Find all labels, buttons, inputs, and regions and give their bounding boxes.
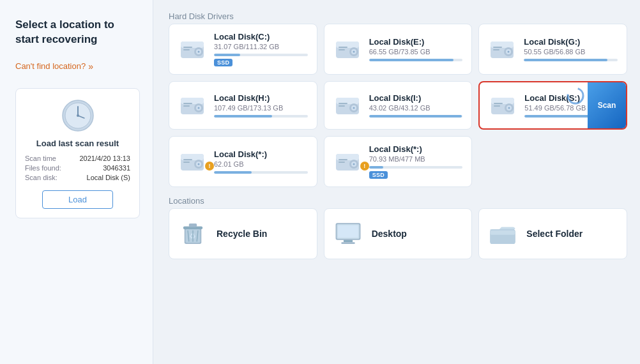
location-card-recycle-bin[interactable]: ♻ Recycle Bin	[169, 208, 317, 259]
svg-rect-25	[493, 49, 499, 50]
recycle-bin-icon: ♻	[178, 219, 208, 248]
disk-badges: SSD	[369, 171, 463, 179]
folder-icon	[488, 219, 517, 248]
disk-info: Local Disk(*:) 70.93 MB/477 MB SSD	[369, 144, 463, 179]
locations-section-title: Locations	[169, 196, 627, 206]
disk-space: 50.55 GB/56.88 GB	[524, 48, 618, 56]
location-name: Desktop	[372, 229, 407, 239]
disk-info: Local Disk(E:) 66.55 GB/73.85 GB	[369, 37, 463, 61]
disk-name: Local Disk(I:)	[369, 93, 463, 103]
disk-card-disk-e[interactable]: Local Disk(E:) 66.55 GB/73.85 GB	[324, 24, 473, 75]
disk-space: 107.49 GB/173.13 GB	[214, 104, 308, 112]
locations-grid: ♻ Recycle Bin Desktop Select Folder	[169, 208, 627, 259]
disk-info: Local Disk(*:) 62.01 GB	[214, 149, 308, 174]
main-content: Hard Disk Drivers Local Disk(C:) 31.07 G…	[153, 0, 640, 364]
disk-badges: SSD	[214, 59, 308, 66]
scan-spinner	[566, 86, 585, 105]
svg-point-47	[568, 88, 583, 103]
sidebar-title: Select a location to start recovering	[15, 18, 140, 47]
svg-rect-60	[339, 159, 347, 160]
files-found-row: Files found: 3046331	[25, 164, 130, 172]
disk-card-disk-c[interactable]: Local Disk(C:) 31.07 GB/111.32 GB SSD	[169, 24, 317, 75]
disk-space: 31.07 GB/111.32 GB	[214, 43, 308, 50]
svg-rect-46	[494, 105, 500, 107]
disk-card-disk-s[interactable]: Local Disk(S:) 51.49 GB/56.78 GB Scan	[478, 81, 627, 130]
hard-disk-section: Hard Disk Drivers Local Disk(C:) 31.07 G…	[169, 11, 627, 187]
svg-rect-24	[493, 47, 502, 48]
disk-name: Local Disk(E:)	[369, 37, 463, 47]
disk-card-disk-star1[interactable]: ! Local Disk(*:) 62.01 GB	[169, 136, 317, 187]
disk-info: Local Disk(G:) 50.55 GB/56.88 GB	[524, 37, 618, 61]
disk-drive-icon: !	[333, 148, 362, 176]
scan-button[interactable]: Scan	[588, 82, 626, 128]
disk-name: Local Disk(*:)	[369, 144, 463, 154]
disk-drive-icon: !	[178, 148, 206, 176]
disk-grid: Local Disk(C:) 31.07 GB/111.32 GB SSD Lo…	[169, 24, 627, 187]
svg-rect-18	[339, 49, 345, 50]
svg-point-44	[508, 107, 510, 109]
svg-rect-32	[183, 105, 190, 107]
scan-result-box: Load last scan result Scan time 2021/4/2…	[15, 88, 140, 218]
svg-point-59	[353, 163, 354, 165]
svg-point-4	[77, 114, 79, 117]
disk-progress-fill	[214, 54, 240, 56]
chevron-right-icon: »	[88, 61, 93, 72]
warning-badge: !	[205, 162, 214, 171]
svg-rect-61	[339, 162, 345, 163]
disk-info: Local Disk(I:) 43.02 GB/43.12 GB	[369, 93, 463, 118]
disk-space: 62.01 GB	[214, 160, 308, 168]
disk-name: Local Disk(C:)	[214, 32, 308, 42]
disk-card-disk-g[interactable]: Local Disk(G:) 50.55 GB/56.88 GB	[478, 24, 627, 75]
disk-drive-icon	[178, 91, 206, 119]
disk-progress-fill	[214, 115, 272, 118]
disk-card-disk-i[interactable]: Local Disk(I:) 43.02 GB/43.12 GB	[324, 81, 473, 130]
ssd-badge: SSD	[214, 59, 232, 66]
load-button[interactable]: Load	[42, 190, 113, 209]
scan-label: Scan	[598, 101, 616, 110]
disk-card-disk-h[interactable]: Local Disk(H:) 107.49 GB/173.13 GB	[169, 81, 317, 130]
svg-point-37	[353, 107, 354, 109]
warning-badge: !	[360, 162, 369, 171]
cant-find-link[interactable]: Can't find location? »	[15, 61, 140, 72]
svg-rect-38	[339, 103, 347, 104]
scan-info: Scan time 2021/4/20 13:13 Files found: 3…	[25, 155, 130, 181]
disk-card-disk-star2[interactable]: ! Local Disk(*:) 70.93 MB/477 MB SSD	[324, 136, 473, 187]
svg-point-23	[508, 51, 510, 53]
scan-result-title: Load last scan result	[36, 139, 119, 148]
disk-drive-icon	[489, 91, 517, 119]
disk-drive-icon	[488, 35, 516, 63]
svg-rect-65	[189, 224, 197, 227]
disk-progress-bg	[369, 115, 463, 118]
disk-drive-icon	[333, 35, 362, 63]
disk-progress-bg	[214, 54, 308, 56]
disk-space: 43.02 GB/43.12 GB	[369, 104, 463, 112]
location-name: Recycle Bin	[217, 229, 267, 239]
scan-disk-value: Local Disk (S)	[87, 174, 130, 181]
svg-point-16	[353, 51, 354, 53]
disk-name: Local Disk(G:)	[524, 37, 618, 47]
svg-rect-17	[339, 47, 347, 48]
cant-find-label: Can't find location?	[15, 61, 86, 71]
location-name: Select Folder	[526, 229, 583, 239]
disk-progress-fill	[369, 59, 453, 61]
disk-info: Local Disk(C:) 31.07 GB/111.32 GB SSD	[214, 32, 308, 66]
svg-point-52	[198, 163, 200, 165]
svg-rect-74	[338, 225, 358, 238]
scan-time-row: Scan time 2021/4/20 13:13	[25, 155, 130, 162]
disk-space: 66.55 GB/73.85 GB	[369, 48, 463, 56]
disk-progress-bg	[524, 59, 618, 61]
svg-rect-73	[341, 242, 354, 244]
sidebar: Select a location to start recovering Ca…	[0, 0, 153, 364]
files-found-value: 3046331	[103, 164, 130, 172]
svg-point-9	[198, 51, 200, 53]
location-card-desktop[interactable]: Desktop	[324, 208, 473, 259]
scan-disk-row: Scan disk: Local Disk (S)	[25, 174, 130, 181]
scan-time-value: 2021/4/20 13:13	[79, 155, 130, 162]
scan-disk-label: Scan disk:	[25, 174, 57, 181]
disk-progress-fill	[214, 171, 252, 174]
location-card-select-folder[interactable]: Select Folder	[478, 208, 627, 259]
svg-rect-72	[344, 240, 353, 243]
locations-section: Locations ♻ Recycle Bin Desktop Select F…	[169, 196, 627, 259]
files-found-label: Files found:	[25, 164, 61, 172]
disk-progress-bg	[214, 171, 308, 174]
